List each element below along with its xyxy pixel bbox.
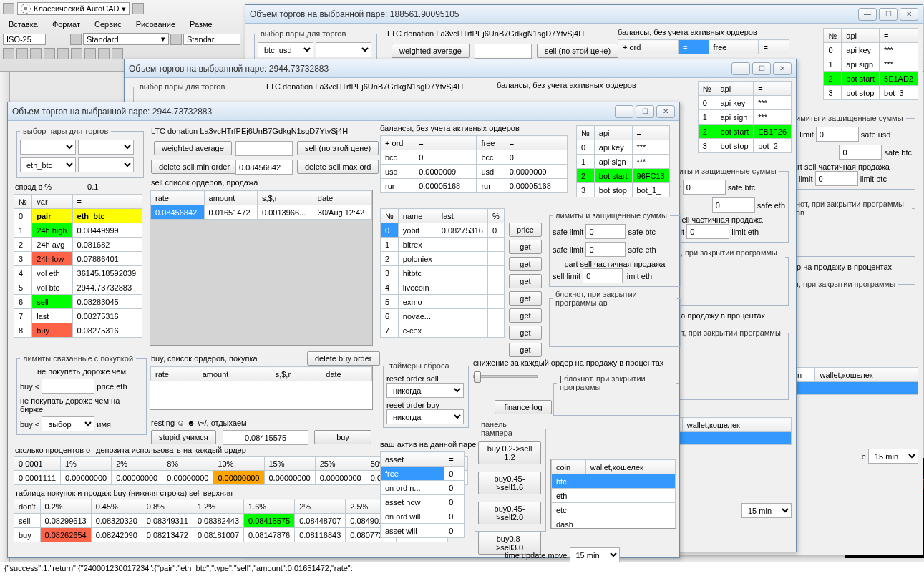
reset-sell-select[interactable]: никогда — [386, 383, 464, 398]
del-min-input[interactable] — [235, 160, 293, 175]
safe-limit-input[interactable] — [585, 224, 626, 239]
api-table: №api= 0api key*** 1api sign*** 2bot star… — [698, 81, 792, 153]
pair-select-d[interactable] — [78, 157, 134, 172]
toolbar-icon[interactable] — [70, 34, 82, 45]
get-buttons: price get get get get get get get — [509, 223, 542, 357]
titlebar[interactable]: Объем торгов на выбранной паре: 2944.737… — [125, 59, 796, 78]
get-button[interactable]: get — [509, 291, 542, 306]
get-button[interactable]: get — [509, 274, 542, 288]
pump-button[interactable]: buy0.45->sell1.6 — [478, 472, 541, 494]
pair-select-b[interactable] — [78, 140, 134, 155]
time-select[interactable]: 15 min — [741, 503, 792, 518]
sell-price-button[interactable]: sell (по этой цене) — [297, 141, 379, 155]
time-select[interactable]: 15 min — [868, 449, 918, 464]
toolbar-icon[interactable] — [98, 48, 110, 59]
finance-log-button[interactable]: finance log — [495, 400, 552, 414]
safe-limit-input[interactable] — [585, 242, 626, 257]
pair-label: выбор пары для торгов — [20, 127, 111, 135]
menu-item[interactable]: Вставка — [9, 20, 38, 29]
partsell-label: art sell частичная продажа — [793, 162, 912, 171]
sell-button[interactable]: sell (по этой цене) — [537, 44, 618, 58]
reduction-slider[interactable] — [473, 375, 538, 378]
close-button[interactable]: ✕ — [656, 105, 675, 118]
buy-lt-label: buy < — [20, 382, 39, 391]
safe-limit-input[interactable] — [839, 145, 882, 160]
price-eth: price eth — [97, 382, 127, 391]
get-button[interactable]: get — [509, 326, 542, 340]
time-update-select[interactable]: 15 min — [570, 547, 620, 562]
reduce-label: ер на продажу в процентах — [666, 311, 792, 320]
spread-value: 0.1 — [87, 182, 98, 191]
iso-dropdown[interactable]: ISO-25 — [3, 34, 46, 45]
pair-select[interactable]: btc_usd — [258, 42, 313, 57]
toolbar-icon[interactable] — [57, 48, 69, 59]
balances-label: балансы, без учета активных ордеров — [618, 28, 757, 36]
toolbar-icon[interactable] — [84, 48, 96, 59]
buy-lt-input[interactable] — [42, 379, 94, 394]
pair-label: выбор пары для торгов — [258, 29, 349, 38]
standard-dropdown[interactable]: Standard▾ — [83, 33, 169, 45]
wallet-list[interactable]: coinwallet,кошелек btcethetcdash — [550, 459, 676, 529]
toolbar-icon[interactable] — [3, 48, 14, 59]
price-button[interactable]: price — [509, 223, 542, 237]
sell-limit-input[interactable] — [583, 268, 623, 283]
weighted-avg-button[interactable]: weighted average — [154, 141, 232, 155]
reset-buy-select[interactable]: никогда — [386, 409, 464, 424]
spread-label: спрэд в % — [15, 182, 52, 191]
not-buy-ex-label: не покупать дороже чем на бирже — [20, 396, 143, 414]
toolbar-icon[interactable] — [132, 3, 144, 14]
menu-item[interactable]: Рисование — [136, 20, 175, 29]
buy-button[interactable]: buy — [314, 430, 371, 444]
get-button[interactable]: get — [509, 308, 542, 323]
toolbar-icon[interactable] — [170, 34, 182, 45]
toolbar-icon[interactable] — [112, 48, 123, 59]
buy-orders-grid[interactable]: rateamounts,$,rdate — [150, 366, 373, 410]
balances-label: балансы, без учета активных ордеров — [497, 81, 636, 89]
toolbar-icon[interactable] — [16, 48, 28, 59]
sell-limit-input[interactable] — [815, 171, 858, 186]
safe-limit-input[interactable] — [816, 127, 859, 142]
stupid-input[interactable] — [223, 430, 308, 445]
pair-select-a[interactable] — [20, 140, 76, 155]
exchange-select[interactable]: выбор — [42, 416, 94, 431]
menu-item[interactable]: Сервис — [94, 20, 122, 29]
minimize-button[interactable]: — — [858, 8, 877, 21]
maximize-button[interactable]: ☐ — [879, 8, 898, 21]
pump-button[interactable]: buy0.45->sell2.0 — [478, 502, 541, 524]
limit-input[interactable] — [712, 197, 755, 213]
titlebar[interactable]: Объем торгов на выбранной паре: 188561.9… — [245, 5, 923, 24]
minimize-button[interactable]: — — [615, 105, 633, 118]
menu-item[interactable]: Разме — [190, 20, 213, 29]
sell-orders-grid[interactable]: rateamounts,$,rdate 0.084568420.01651472… — [150, 190, 373, 346]
wavg-input[interactable] — [475, 44, 532, 59]
close-button[interactable]: ✕ — [900, 8, 918, 21]
partsell-label: art sell частичная продажа — [666, 215, 785, 224]
stupid-button[interactable]: stupid учимся — [151, 430, 216, 444]
delete-sell-min-button[interactable]: delete sell min order — [151, 160, 238, 174]
pump-button[interactable]: buy 0.2->sell 1.2 — [478, 441, 541, 464]
limits-label: имиты и защищенные суммы — [666, 167, 779, 175]
pair-select2[interactable] — [316, 42, 371, 57]
menu-item[interactable]: Формат — [52, 20, 80, 29]
limit-btc: limit btc — [860, 175, 887, 183]
toolbar-icon[interactable] — [44, 48, 55, 59]
limit-input[interactable] — [683, 180, 726, 195]
workspace-dropdown[interactable]: Классический AutoCAD▾ — [17, 2, 130, 15]
maximize-button[interactable]: ☐ — [636, 105, 654, 118]
titlebar[interactable]: Объем торгов на выбранной паре: 2944.737… — [8, 102, 679, 121]
delete-sell-max-button[interactable]: delete sell max ord — [297, 160, 379, 174]
toolbar-icon[interactable] — [30, 48, 42, 59]
toolbar-icon[interactable] — [71, 48, 82, 59]
maximize-button[interactable]: ☐ — [752, 62, 771, 75]
get-button[interactable]: get — [509, 240, 542, 254]
get-button[interactable]: get — [509, 257, 542, 271]
limit-input[interactable] — [686, 224, 729, 239]
pair-select[interactable]: eth_btc — [20, 157, 76, 172]
minimize-button[interactable]: — — [731, 62, 750, 75]
wavg-input[interactable] — [235, 141, 293, 156]
delete-buy-button[interactable]: delete buy order — [307, 351, 380, 366]
weighted-avg-button[interactable]: weighted average — [392, 44, 470, 58]
standard2-dropdown[interactable]: Standar — [183, 34, 240, 45]
get-button[interactable]: get — [509, 343, 542, 357]
close-button[interactable]: ✕ — [773, 62, 792, 75]
